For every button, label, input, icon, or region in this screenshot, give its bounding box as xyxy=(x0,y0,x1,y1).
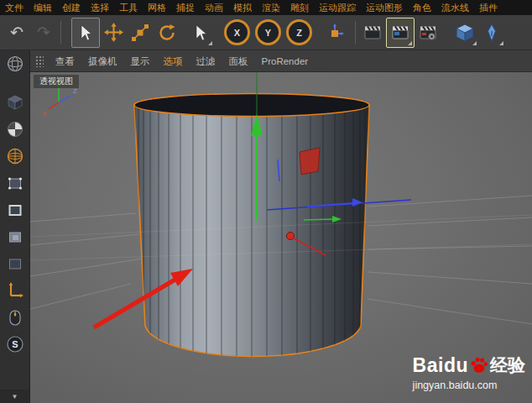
toolbar-separator xyxy=(355,21,356,44)
pen-tool-button[interactable] xyxy=(478,18,505,47)
baidu-suffix-text: 经验 xyxy=(490,353,525,377)
model-mode-button[interactable] xyxy=(3,90,28,115)
vmenu-options[interactable]: 选项 xyxy=(157,50,190,72)
menu-sculpt[interactable]: 雕刻 xyxy=(285,0,314,15)
baidu-paw-icon xyxy=(470,356,488,374)
redo-icon: ↷ xyxy=(37,24,50,40)
coordinate-system-icon xyxy=(326,24,344,42)
polygons-cube-icon xyxy=(6,228,24,246)
x-axis-lock-button[interactable]: X xyxy=(224,19,250,45)
vmenu-prorender[interactable]: ProRender xyxy=(255,50,316,72)
x-axis-label: X xyxy=(234,28,240,38)
menu-mograph[interactable]: 运动图形 xyxy=(361,0,408,15)
points-cube-icon xyxy=(6,174,24,192)
z-axis-lock-button[interactable]: Z xyxy=(286,19,312,45)
rotate-tool-button[interactable] xyxy=(154,18,180,47)
render-picture-viewer-button[interactable] xyxy=(386,18,415,48)
scale-tool-button[interactable] xyxy=(127,18,154,47)
toolbar-separator xyxy=(60,21,61,44)
render-settings-icon xyxy=(419,24,437,42)
viewport-label[interactable]: 透视视图 xyxy=(34,75,79,88)
render-clapperboard-icon xyxy=(363,24,382,42)
convert-editable-button[interactable] xyxy=(3,51,28,76)
vmenu-view[interactable]: 查看 xyxy=(49,50,81,72)
menu-edit[interactable]: 编辑 xyxy=(29,0,57,15)
viewport-solo-button[interactable] xyxy=(3,305,28,330)
edges-mode-button[interactable] xyxy=(3,197,28,222)
snap-letter: S xyxy=(12,339,18,349)
enable-axis-button[interactable] xyxy=(3,278,28,303)
origin-handle[interactable] xyxy=(287,233,295,240)
menu-file[interactable]: 文件 xyxy=(0,0,29,15)
dropdown-corner-icon xyxy=(499,41,503,45)
axis-indicator-z-label: Z xyxy=(73,87,77,95)
edges-cube-icon xyxy=(6,201,24,219)
axis-indicator-x-label: X xyxy=(42,110,47,118)
perspective-viewport[interactable]: Y X Z 透视视图 Baidu xyxy=(30,72,532,403)
menu-animate[interactable]: 动画 xyxy=(200,0,228,15)
cylinder-top-cap xyxy=(134,94,369,117)
menu-motion-tracker[interactable]: 运动跟踪 xyxy=(314,0,361,15)
workplane-mode-button[interactable] xyxy=(3,144,28,169)
coordinate-system-button[interactable] xyxy=(321,18,348,47)
menu-snap[interactable]: 捕捉 xyxy=(171,0,200,15)
mode-palette: S ▼ xyxy=(0,50,30,403)
cube-primitive-icon xyxy=(455,23,475,43)
workplane-grid-icon xyxy=(6,147,24,165)
move-icon xyxy=(104,23,123,42)
redo-button[interactable]: ↷ xyxy=(30,18,57,47)
wire-sphere-icon xyxy=(6,55,24,73)
y-axis-lock-button[interactable]: Y xyxy=(255,19,281,45)
palette-scroll-down-button[interactable]: ▼ xyxy=(0,390,29,403)
menu-tools[interactable]: 工具 xyxy=(114,0,143,15)
baidu-watermark: Baidu 经验 jingyan.baidu.com xyxy=(413,353,525,391)
y-axis-label: Y xyxy=(265,28,271,38)
snap-icon: S xyxy=(6,335,24,353)
points-mode-button[interactable] xyxy=(3,170,28,196)
menu-create[interactable]: 创建 xyxy=(57,0,86,15)
cursor-arrow-icon xyxy=(76,24,95,42)
menu-select[interactable]: 选择 xyxy=(86,0,114,15)
model-cube-icon xyxy=(6,93,24,112)
undo-button[interactable]: ↶ xyxy=(3,18,30,47)
move-tool-button[interactable] xyxy=(100,18,127,47)
drag-handle-icon[interactable] xyxy=(35,55,44,67)
cinema4d-window: 文件 编辑 创建 选择 工具 网格 捕捉 动画 模拟 渲染 雕刻 运动跟踪 运动… xyxy=(0,0,532,403)
axis-icon xyxy=(6,281,24,300)
vmenu-cameras[interactable]: 摄像机 xyxy=(81,50,124,72)
checker-sphere-icon xyxy=(6,120,24,139)
snap-settings-button[interactable]: S xyxy=(3,332,28,357)
viewport-menubar: 查看 摄像机 显示 选项 过滤 面板 ProRender xyxy=(30,50,532,72)
main-toolbar: ↶ ↷ xyxy=(0,15,532,50)
menu-mesh[interactable]: 网格 xyxy=(143,0,171,15)
tweak-mode-button[interactable] xyxy=(3,251,28,276)
render-view-button[interactable] xyxy=(359,18,386,47)
render-picture-viewer-icon xyxy=(391,24,409,42)
baidu-brand-text: Baidu xyxy=(413,354,468,377)
rotate-icon xyxy=(158,24,176,42)
texture-mode-button[interactable] xyxy=(3,117,28,142)
z-axis-label: Z xyxy=(296,28,302,38)
plane-handle-red[interactable] xyxy=(300,148,320,175)
render-settings-button[interactable] xyxy=(415,18,441,47)
primitive-cube-button[interactable] xyxy=(451,18,478,47)
cursor-arrow-icon xyxy=(191,24,210,42)
vmenu-display[interactable]: 显示 xyxy=(124,50,157,72)
dropdown-corner-icon xyxy=(472,41,477,45)
undo-icon: ↶ xyxy=(10,24,23,40)
scale-icon xyxy=(131,24,149,42)
menu-pipeline[interactable]: 流水线 xyxy=(436,0,474,15)
menu-simulate[interactable]: 模拟 xyxy=(228,0,257,15)
last-used-tool-button[interactable] xyxy=(187,18,214,47)
vmenu-panel[interactable]: 面板 xyxy=(222,50,255,72)
mouse-icon xyxy=(6,308,24,327)
menu-character[interactable]: 角色 xyxy=(408,0,436,15)
live-selection-button[interactable] xyxy=(71,18,100,48)
scroll-down-icon: ▼ xyxy=(12,393,18,400)
vmenu-filter[interactable]: 过滤 xyxy=(190,50,222,72)
polygons-mode-button[interactable] xyxy=(3,224,28,249)
menu-plugins[interactable]: 插件 xyxy=(474,0,503,15)
menu-render[interactable]: 渲染 xyxy=(257,0,285,15)
watermark-url: jingyan.baidu.com xyxy=(413,379,525,391)
dropdown-corner-icon xyxy=(208,41,212,45)
